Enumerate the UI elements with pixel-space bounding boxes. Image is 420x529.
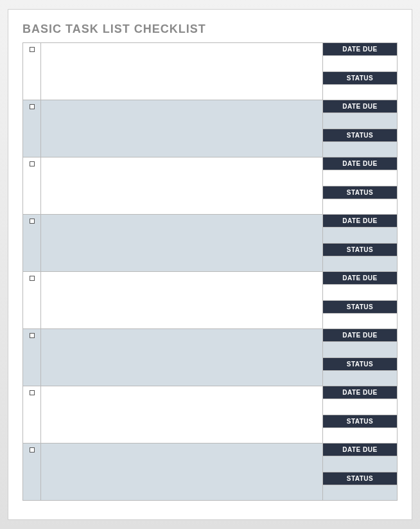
date-due-header: DATE DUE [323,100,397,113]
status-header: STATUS [323,415,397,428]
checkbox-cell [23,43,41,100]
checkbox-cell [23,444,41,500]
status-header: STATUS [323,301,397,314]
date-due-value[interactable] [323,285,397,301]
status-value[interactable] [323,85,397,100]
checkbox-icon[interactable] [30,47,35,52]
checkbox-cell [23,100,41,157]
date-due-value[interactable] [323,113,397,129]
date-due-header: DATE DUE [323,444,397,456]
side-column: DATE DUESTATUS [322,444,397,500]
checkbox-icon[interactable] [30,161,35,166]
status-header: STATUS [323,129,397,142]
checkbox-icon[interactable] [30,104,35,109]
task-cell[interactable] [41,100,322,157]
task-cell[interactable] [41,272,322,328]
task-cell[interactable] [41,386,322,443]
side-column: DATE DUESTATUS [322,100,397,157]
date-due-header: DATE DUE [323,215,397,228]
checkbox-icon[interactable] [30,276,35,281]
side-column: DATE DUESTATUS [322,215,397,271]
status-header: STATUS [323,472,397,485]
task-row: DATE DUESTATUS [23,272,397,329]
date-due-value[interactable] [323,228,397,244]
task-table: DATE DUESTATUSDATE DUESTATUSDATE DUESTAT… [22,42,398,501]
checkbox-icon[interactable] [30,333,35,338]
document-page: BASIC TASK LIST CHECKLIST DATE DUESTATUS… [8,9,412,520]
side-column: DATE DUESTATUS [322,272,397,328]
checkbox-cell [23,215,41,271]
date-due-header: DATE DUE [323,157,397,170]
status-value[interactable] [323,142,397,157]
date-due-header: DATE DUE [323,329,397,342]
status-value[interactable] [323,485,397,501]
status-header: STATUS [323,244,397,256]
status-value[interactable] [323,428,397,444]
checkbox-icon[interactable] [30,390,35,395]
task-cell[interactable] [41,329,322,386]
task-row: DATE DUESTATUS [23,329,397,386]
side-column: DATE DUESTATUS [322,329,397,386]
task-row: DATE DUESTATUS [23,444,397,501]
task-cell[interactable] [41,444,322,500]
date-due-value[interactable] [323,170,397,186]
task-row: DATE DUESTATUS [23,100,397,157]
status-value[interactable] [323,371,397,386]
date-due-value[interactable] [323,56,397,72]
checkbox-cell [23,386,41,443]
status-value[interactable] [323,314,397,329]
task-row: DATE DUESTATUS [23,215,397,272]
checkbox-icon[interactable] [30,219,35,224]
task-cell[interactable] [41,215,322,271]
task-row: DATE DUESTATUS [23,386,397,444]
side-column: DATE DUESTATUS [322,43,397,100]
page-title: BASIC TASK LIST CHECKLIST [22,22,398,36]
checkbox-cell [23,272,41,328]
side-column: DATE DUESTATUS [322,386,397,443]
date-due-value[interactable] [323,399,397,415]
side-column: DATE DUESTATUS [322,157,397,214]
task-row: DATE DUESTATUS [23,43,397,100]
status-header: STATUS [323,358,397,371]
checkbox-cell [23,157,41,214]
task-cell[interactable] [41,157,322,214]
status-header: STATUS [323,186,397,199]
date-due-value[interactable] [323,342,397,358]
date-due-value[interactable] [323,456,397,472]
date-due-header: DATE DUE [323,43,397,56]
status-value[interactable] [323,199,397,215]
task-row: DATE DUESTATUS [23,157,397,215]
task-cell[interactable] [41,43,322,100]
status-value[interactable] [323,256,397,272]
checkbox-icon[interactable] [30,447,35,453]
date-due-header: DATE DUE [323,386,397,399]
checkbox-cell [23,329,41,386]
status-header: STATUS [323,72,397,85]
date-due-header: DATE DUE [323,272,397,285]
